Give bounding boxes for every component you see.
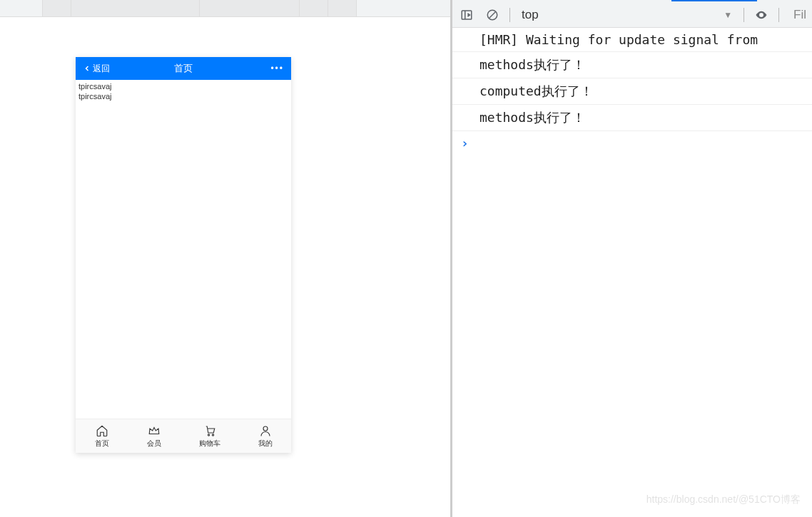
svg-point-7 bbox=[761, 14, 763, 16]
toolbar-divider bbox=[778, 8, 779, 22]
home-icon bbox=[96, 424, 108, 437]
watermark: https://blog.csdn.net/@51CTO博客 bbox=[646, 493, 801, 506]
tabbar-item-member[interactable]: 会员 bbox=[147, 424, 161, 449]
cart-icon bbox=[203, 424, 216, 437]
clear-console-button[interactable] bbox=[484, 6, 501, 24]
tabbar-label: 我的 bbox=[258, 439, 273, 449]
console-log-line: computed执行了！ bbox=[452, 78, 812, 105]
svg-line-6 bbox=[489, 11, 496, 18]
content-line: tpircsavaj bbox=[78, 91, 288, 101]
toggle-sidebar-button[interactable] bbox=[458, 6, 475, 24]
console-toolbar: top ▼ Fil bbox=[452, 2, 812, 28]
content-line: tpircsavaj bbox=[78, 81, 288, 91]
svg-point-2 bbox=[263, 426, 268, 431]
prompt-chevron-icon: › bbox=[461, 135, 469, 150]
filter-wrapper: Fil bbox=[788, 8, 806, 22]
mobile-navbar: 返回 首页 ••• bbox=[76, 57, 291, 80]
browser-tab[interactable] bbox=[71, 0, 200, 16]
preview-panel: 返回 首页 ••• tpircsavaj tpircsavaj 首页 会员 bbox=[0, 0, 451, 517]
sidebar-icon bbox=[460, 9, 473, 21]
back-label: 返回 bbox=[93, 63, 110, 75]
tabbar-label: 购物车 bbox=[199, 439, 220, 449]
toolbar-divider bbox=[509, 8, 510, 22]
console-log-line: methods执行了！ bbox=[452, 105, 812, 131]
svg-point-0 bbox=[208, 434, 209, 435]
user-icon bbox=[259, 424, 272, 437]
execution-context-selector[interactable]: top ▼ bbox=[519, 8, 735, 22]
console-log-line: [HMR] Waiting for update signal from bbox=[452, 28, 812, 52]
crown-icon bbox=[148, 424, 161, 437]
no-entry-icon bbox=[486, 9, 499, 21]
console-output: [HMR] Waiting for update signal from met… bbox=[452, 28, 812, 517]
app-root: 返回 首页 ••• tpircsavaj tpircsavaj 首页 会员 bbox=[0, 0, 812, 517]
eye-icon bbox=[755, 9, 768, 21]
browser-tab[interactable] bbox=[300, 0, 328, 16]
chevron-down-icon: ▼ bbox=[724, 10, 732, 20]
more-button[interactable]: ••• bbox=[270, 63, 284, 73]
console-log-line: methods执行了！ bbox=[452, 52, 812, 78]
tabbar-label: 会员 bbox=[147, 439, 161, 449]
tabbar-item-profile[interactable]: 我的 bbox=[258, 424, 273, 449]
context-label: top bbox=[522, 8, 539, 22]
back-button[interactable]: 返回 bbox=[83, 63, 110, 75]
browser-tab[interactable] bbox=[43, 0, 71, 16]
mobile-tabbar: 首页 会员 购物车 我的 bbox=[76, 419, 291, 453]
mobile-content: tpircsavaj tpircsavaj bbox=[76, 80, 291, 419]
active-tab-indicator bbox=[671, 0, 757, 1]
tabbar-label: 首页 bbox=[95, 439, 109, 449]
toolbar-divider bbox=[744, 8, 744, 22]
filter-input[interactable]: Fil bbox=[793, 8, 806, 21]
browser-tab[interactable] bbox=[200, 0, 300, 16]
svg-point-1 bbox=[212, 434, 213, 435]
tabbar-item-home[interactable]: 首页 bbox=[95, 424, 109, 449]
devtools-panel: top ▼ Fil [HMR] Waiting for update signa… bbox=[451, 0, 812, 517]
browser-tab-strip bbox=[0, 0, 450, 17]
tab-spacer bbox=[0, 0, 43, 16]
tabbar-item-cart[interactable]: 购物车 bbox=[199, 424, 220, 449]
live-expression-button[interactable] bbox=[753, 6, 770, 24]
chevron-left-icon bbox=[83, 64, 91, 73]
mobile-simulator: 返回 首页 ••• tpircsavaj tpircsavaj 首页 会员 bbox=[76, 57, 291, 453]
browser-tab[interactable] bbox=[328, 0, 357, 16]
console-prompt[interactable]: › bbox=[452, 131, 812, 155]
mobile-page-title: 首页 bbox=[174, 62, 193, 75]
